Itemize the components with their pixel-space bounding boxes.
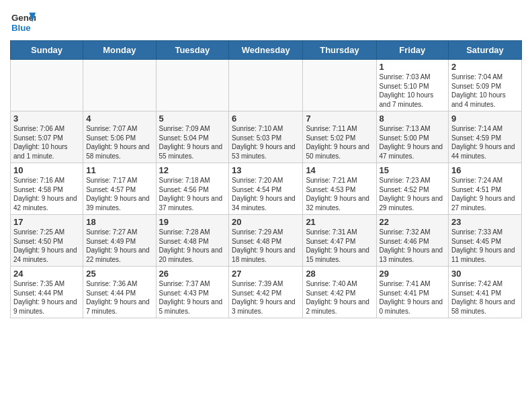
day-info: Sunrise: 7:28 AM Sunset: 4:48 PM Dayligh… xyxy=(159,228,226,264)
day-number: 16 xyxy=(451,165,519,175)
day-info: Sunrise: 7:16 AM Sunset: 4:58 PM Dayligh… xyxy=(13,176,80,212)
day-info: Sunrise: 7:32 AM Sunset: 4:46 PM Dayligh… xyxy=(380,228,446,264)
calendar-day-cell: 12Sunrise: 7:18 AM Sunset: 4:56 PM Dayli… xyxy=(156,163,229,215)
calendar-day-cell: 2Sunrise: 7:04 AM Sunset: 5:09 PM Daylig… xyxy=(449,60,522,111)
day-number: 23 xyxy=(451,217,519,227)
day-info: Sunrise: 7:31 AM Sunset: 4:47 PM Dayligh… xyxy=(306,228,373,264)
day-info: Sunrise: 7:33 AM Sunset: 4:45 PM Dayligh… xyxy=(451,228,519,264)
day-info: Sunrise: 7:07 AM Sunset: 5:06 PM Dayligh… xyxy=(86,124,152,161)
day-number: 6 xyxy=(232,113,300,124)
day-info: Sunrise: 7:41 AM Sunset: 4:41 PM Dayligh… xyxy=(380,279,446,316)
day-info: Sunrise: 7:20 AM Sunset: 4:54 PM Dayligh… xyxy=(232,176,300,212)
calendar-day-cell: 13Sunrise: 7:20 AM Sunset: 4:54 PM Dayli… xyxy=(229,163,303,215)
day-number: 3 xyxy=(13,113,80,124)
calendar-day-cell: 5Sunrise: 7:09 AM Sunset: 5:04 PM Daylig… xyxy=(156,111,229,163)
calendar-header-row: SundayMondayTuesdayWednesdayThursdayFrid… xyxy=(11,41,522,60)
calendar-day-cell: 21Sunrise: 7:31 AM Sunset: 4:47 PM Dayli… xyxy=(303,215,376,267)
day-number: 10 xyxy=(13,165,80,175)
day-info: Sunrise: 7:29 AM Sunset: 4:48 PM Dayligh… xyxy=(232,228,300,264)
day-number: 13 xyxy=(232,165,300,175)
calendar-day-cell: 28Sunrise: 7:40 AM Sunset: 4:42 PM Dayli… xyxy=(303,267,376,318)
logo-icon: General Blue xyxy=(10,9,36,35)
calendar-day-cell: 10Sunrise: 7:16 AM Sunset: 4:58 PM Dayli… xyxy=(11,163,83,215)
day-info: Sunrise: 7:25 AM Sunset: 4:50 PM Dayligh… xyxy=(13,228,80,264)
day-info: Sunrise: 7:39 AM Sunset: 4:42 PM Dayligh… xyxy=(232,279,300,316)
day-number: 8 xyxy=(380,113,446,124)
calendar-day-cell xyxy=(156,60,229,111)
calendar-day-cell: 20Sunrise: 7:29 AM Sunset: 4:48 PM Dayli… xyxy=(229,215,303,267)
calendar-day-header: Wednesday xyxy=(229,41,303,60)
day-info: Sunrise: 7:09 AM Sunset: 5:04 PM Dayligh… xyxy=(159,124,226,161)
day-info: Sunrise: 7:18 AM Sunset: 4:56 PM Dayligh… xyxy=(159,176,226,212)
day-number: 24 xyxy=(13,269,80,279)
calendar-day-cell: 19Sunrise: 7:28 AM Sunset: 4:48 PM Dayli… xyxy=(156,215,229,267)
calendar-day-cell: 23Sunrise: 7:33 AM Sunset: 4:45 PM Dayli… xyxy=(449,215,522,267)
day-info: Sunrise: 7:14 AM Sunset: 4:59 PM Dayligh… xyxy=(451,124,519,161)
calendar-week-row: 1Sunrise: 7:03 AM Sunset: 5:10 PM Daylig… xyxy=(11,60,522,111)
day-info: Sunrise: 7:37 AM Sunset: 4:43 PM Dayligh… xyxy=(159,279,226,316)
day-number: 27 xyxy=(232,269,300,279)
day-number: 26 xyxy=(159,269,226,279)
day-info: Sunrise: 7:21 AM Sunset: 4:53 PM Dayligh… xyxy=(306,176,373,212)
day-number: 17 xyxy=(13,217,80,227)
calendar-week-row: 10Sunrise: 7:16 AM Sunset: 4:58 PM Dayli… xyxy=(11,163,522,215)
calendar-day-cell: 14Sunrise: 7:21 AM Sunset: 4:53 PM Dayli… xyxy=(303,163,376,215)
calendar-day-cell: 8Sunrise: 7:13 AM Sunset: 5:00 PM Daylig… xyxy=(376,111,449,163)
calendar-day-cell: 27Sunrise: 7:39 AM Sunset: 4:42 PM Dayli… xyxy=(229,267,303,318)
calendar-day-cell xyxy=(11,60,83,111)
day-info: Sunrise: 7:42 AM Sunset: 4:41 PM Dayligh… xyxy=(451,279,519,316)
day-number: 29 xyxy=(380,269,446,279)
day-number: 2 xyxy=(451,62,519,72)
day-number: 7 xyxy=(306,113,373,124)
calendar-day-cell: 9Sunrise: 7:14 AM Sunset: 4:59 PM Daylig… xyxy=(449,111,522,163)
page-container: General Blue SundayMondayTuesdayWednesda… xyxy=(0,0,532,325)
day-number: 12 xyxy=(159,165,226,175)
day-info: Sunrise: 7:27 AM Sunset: 4:49 PM Dayligh… xyxy=(86,228,152,264)
day-number: 4 xyxy=(86,113,152,124)
calendar-day-cell: 6Sunrise: 7:10 AM Sunset: 5:03 PM Daylig… xyxy=(229,111,303,163)
calendar-day-cell: 26Sunrise: 7:37 AM Sunset: 4:43 PM Dayli… xyxy=(156,267,229,318)
calendar-day-cell xyxy=(229,60,303,111)
day-info: Sunrise: 7:11 AM Sunset: 5:02 PM Dayligh… xyxy=(306,124,373,161)
calendar-day-cell: 24Sunrise: 7:35 AM Sunset: 4:44 PM Dayli… xyxy=(11,267,83,318)
day-number: 11 xyxy=(86,165,152,175)
calendar-day-cell: 30Sunrise: 7:42 AM Sunset: 4:41 PM Dayli… xyxy=(449,267,522,318)
calendar-day-header: Thursday xyxy=(303,41,376,60)
day-info: Sunrise: 7:40 AM Sunset: 4:42 PM Dayligh… xyxy=(306,279,373,316)
day-info: Sunrise: 7:36 AM Sunset: 4:44 PM Dayligh… xyxy=(86,279,152,316)
logo: General Blue xyxy=(10,9,36,35)
calendar-day-cell: 3Sunrise: 7:06 AM Sunset: 5:07 PM Daylig… xyxy=(11,111,83,163)
day-info: Sunrise: 7:10 AM Sunset: 5:03 PM Dayligh… xyxy=(232,124,300,161)
calendar-day-cell: 1Sunrise: 7:03 AM Sunset: 5:10 PM Daylig… xyxy=(376,60,449,111)
day-info: Sunrise: 7:04 AM Sunset: 5:09 PM Dayligh… xyxy=(451,73,519,109)
day-number: 5 xyxy=(159,113,226,124)
calendar-day-cell: 22Sunrise: 7:32 AM Sunset: 4:46 PM Dayli… xyxy=(376,215,449,267)
day-info: Sunrise: 7:24 AM Sunset: 4:51 PM Dayligh… xyxy=(451,176,519,212)
day-info: Sunrise: 7:17 AM Sunset: 4:57 PM Dayligh… xyxy=(86,176,152,212)
calendar-day-cell: 11Sunrise: 7:17 AM Sunset: 4:57 PM Dayli… xyxy=(83,163,156,215)
calendar-day-header: Sunday xyxy=(11,41,83,60)
calendar-day-cell: 29Sunrise: 7:41 AM Sunset: 4:41 PM Dayli… xyxy=(376,267,449,318)
day-info: Sunrise: 7:35 AM Sunset: 4:44 PM Dayligh… xyxy=(13,279,80,316)
calendar-day-cell: 16Sunrise: 7:24 AM Sunset: 4:51 PM Dayli… xyxy=(449,163,522,215)
day-number: 20 xyxy=(232,217,300,227)
svg-text:Blue: Blue xyxy=(11,23,31,33)
day-number: 30 xyxy=(451,269,519,279)
day-info: Sunrise: 7:03 AM Sunset: 5:10 PM Dayligh… xyxy=(380,73,446,109)
day-number: 18 xyxy=(86,217,152,227)
day-number: 25 xyxy=(86,269,152,279)
calendar-day-cell: 4Sunrise: 7:07 AM Sunset: 5:06 PM Daylig… xyxy=(83,111,156,163)
calendar-week-row: 3Sunrise: 7:06 AM Sunset: 5:07 PM Daylig… xyxy=(11,111,522,163)
calendar-day-header: Friday xyxy=(376,41,449,60)
calendar-day-header: Monday xyxy=(83,41,156,60)
day-info: Sunrise: 7:13 AM Sunset: 5:00 PM Dayligh… xyxy=(380,124,446,161)
day-number: 28 xyxy=(306,269,373,279)
day-number: 1 xyxy=(380,62,446,72)
calendar-week-row: 17Sunrise: 7:25 AM Sunset: 4:50 PM Dayli… xyxy=(11,215,522,267)
calendar-table: SundayMondayTuesdayWednesdayThursdayFrid… xyxy=(10,40,522,318)
day-info: Sunrise: 7:23 AM Sunset: 4:52 PM Dayligh… xyxy=(380,176,446,212)
day-number: 22 xyxy=(380,217,446,227)
day-info: Sunrise: 7:06 AM Sunset: 5:07 PM Dayligh… xyxy=(13,124,80,161)
day-number: 14 xyxy=(306,165,373,175)
calendar-day-cell: 18Sunrise: 7:27 AM Sunset: 4:49 PM Dayli… xyxy=(83,215,156,267)
